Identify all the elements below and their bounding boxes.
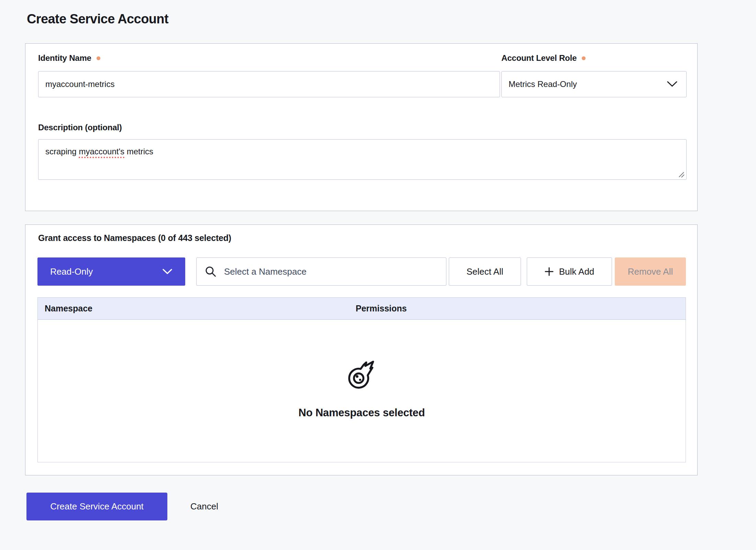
- account-level-role-label-text: Account Level Role: [501, 53, 577, 63]
- chevron-down-icon: [667, 81, 677, 87]
- namespace-search-input[interactable]: [223, 257, 446, 286]
- description-label-text: Description (optional): [38, 123, 122, 132]
- search-icon: [205, 266, 216, 277]
- namespaces-table-header: Namespace Permissions: [38, 298, 686, 320]
- namespace-role-filter-value: Read-Only: [50, 266, 93, 277]
- description-textarea[interactable]: scraping myaccount's metrics: [38, 139, 687, 180]
- required-dot: [582, 56, 586, 60]
- description-text: scraping: [45, 147, 79, 156]
- bulk-add-button[interactable]: Bulk Add: [527, 257, 612, 286]
- select-all-label: Select All: [467, 266, 503, 277]
- create-service-account-button[interactable]: Create Service Account: [26, 493, 167, 520]
- required-dot: [97, 56, 100, 60]
- namespaces-table: Namespace Permissions No Namespaces sele…: [37, 297, 686, 462]
- identity-name-label-text: Identity Name: [38, 53, 91, 63]
- column-header-permissions: Permissions: [356, 304, 407, 314]
- cancel-button[interactable]: Cancel: [186, 495, 223, 518]
- description-label: Description (optional): [38, 123, 122, 132]
- select-all-button[interactable]: Select All: [449, 257, 521, 286]
- description-text: metrics: [124, 147, 153, 156]
- namespaces-card: Grant access to Namespaces (0 of 443 sel…: [25, 224, 698, 475]
- account-level-role-select[interactable]: Metrics Read-Only: [501, 71, 687, 97]
- remove-all-button: Remove All: [615, 257, 686, 286]
- resize-grip-icon[interactable]: [678, 171, 685, 178]
- account-level-role-value: Metrics Read-Only: [509, 79, 577, 89]
- namespace-search: [196, 257, 446, 286]
- chevron-down-icon: [163, 269, 172, 275]
- identity-name-input[interactable]: [38, 71, 500, 97]
- account-level-role-label: Account Level Role: [501, 53, 586, 63]
- details-card: Identity Name Account Level Role Metrics…: [25, 43, 698, 211]
- column-header-namespace: Namespace: [38, 304, 356, 314]
- description-text-misspelled: myaccount's: [79, 147, 124, 156]
- bulk-add-label: Bulk Add: [559, 266, 594, 277]
- page-title: Create Service Account: [27, 12, 168, 26]
- namespace-role-filter-dropdown[interactable]: Read-Only: [37, 257, 185, 286]
- namespaces-heading: Grant access to Namespaces (0 of 443 sel…: [38, 233, 231, 243]
- empty-state-message: No Namespaces selected: [299, 407, 425, 419]
- identity-name-label: Identity Name: [38, 53, 100, 63]
- remove-all-label: Remove All: [628, 266, 673, 277]
- namespaces-table-body: No Namespaces selected: [38, 320, 686, 462]
- plus-icon: [545, 267, 554, 276]
- comet-icon: [346, 359, 378, 391]
